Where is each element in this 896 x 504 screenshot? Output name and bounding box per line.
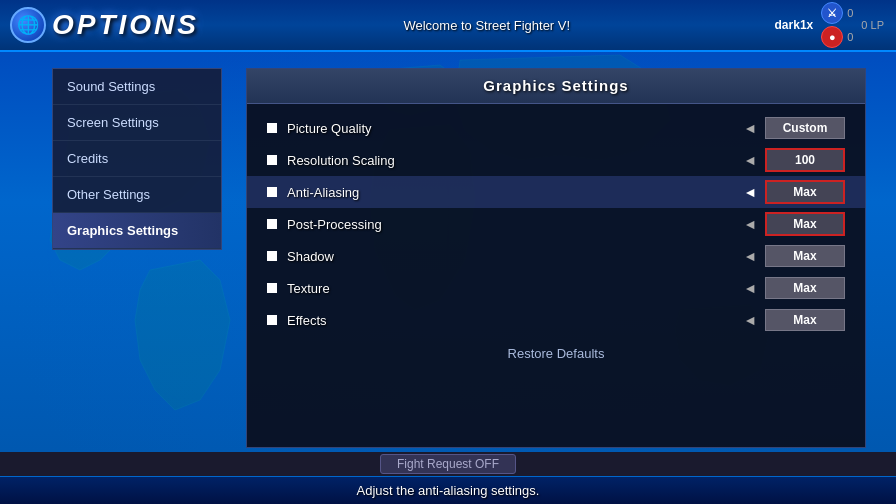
arrow-anti-aliasing: ◄ xyxy=(743,184,757,200)
bullet-picture-quality xyxy=(267,123,277,133)
value-anti-aliasing[interactable]: Max xyxy=(765,180,845,204)
bullet-shadow xyxy=(267,251,277,261)
bullet-anti-aliasing xyxy=(267,187,277,197)
main-panel: Graphics Settings Picture Quality ◄ Cust… xyxy=(246,68,866,448)
bullet-texture xyxy=(267,283,277,293)
label-post-processing: Post-Processing xyxy=(287,217,743,232)
header-bar: 🌐 OPTIONS Welcome to Street Fighter V! d… xyxy=(0,0,896,52)
value-resolution-scaling[interactable]: 100 xyxy=(765,148,845,172)
value-texture[interactable]: Max xyxy=(765,277,845,299)
sidebar: Sound Settings Screen Settings Credits O… xyxy=(52,68,222,250)
value-post-processing[interactable]: Max xyxy=(765,212,845,236)
sidebar-label-screen: Screen Settings xyxy=(67,115,159,130)
welcome-message: Welcome to Street Fighter V! xyxy=(199,18,775,33)
score-1: 0 xyxy=(847,7,853,19)
panel-header: Graphics Settings xyxy=(247,69,865,104)
restore-defaults-label: Restore Defaults xyxy=(508,346,605,361)
sidebar-label-credits: Credits xyxy=(67,151,108,166)
app-title: OPTIONS xyxy=(52,9,199,41)
username: dark1x xyxy=(775,18,814,32)
bullet-effects xyxy=(267,315,277,325)
score-group: ⚔ 0 ● 0 xyxy=(821,2,853,48)
sidebar-item-sound-settings[interactable]: Sound Settings xyxy=(53,69,221,105)
settings-row-shadow[interactable]: Shadow ◄ Max xyxy=(247,240,865,272)
fight-request-badge[interactable]: Fight Request OFF xyxy=(380,454,516,474)
arrow-resolution-scaling: ◄ xyxy=(743,152,757,168)
arrow-picture-quality: ◄ xyxy=(743,120,757,136)
status-text: Adjust the anti-aliasing settings. xyxy=(357,483,540,498)
label-texture: Texture xyxy=(287,281,743,296)
settings-table: Picture Quality ◄ Custom Resolution Scal… xyxy=(247,104,865,379)
label-effects: Effects xyxy=(287,313,743,328)
score-2: 0 xyxy=(847,31,853,43)
settings-row-effects[interactable]: Effects ◄ Max xyxy=(247,304,865,336)
value-shadow[interactable]: Max xyxy=(765,245,845,267)
globe-icon: 🌐 xyxy=(10,7,46,43)
settings-row-texture[interactable]: Texture ◄ Max xyxy=(247,272,865,304)
status-bar: Adjust the anti-aliasing settings. xyxy=(0,476,896,504)
arrow-texture: ◄ xyxy=(743,280,757,296)
score-row-2: ● 0 xyxy=(821,26,853,48)
user-info: dark1x ⚔ 0 ● 0 0 LP xyxy=(775,2,896,48)
arrow-effects: ◄ xyxy=(743,312,757,328)
settings-row-resolution-scaling[interactable]: Resolution Scaling ◄ 100 xyxy=(247,144,865,176)
settings-row-picture-quality[interactable]: Picture Quality ◄ Custom xyxy=(247,112,865,144)
settings-row-anti-aliasing[interactable]: Anti-Aliasing ◄ Max xyxy=(247,176,865,208)
sidebar-item-graphics-settings[interactable]: Graphics Settings xyxy=(53,213,221,249)
arrow-post-processing: ◄ xyxy=(743,216,757,232)
label-shadow: Shadow xyxy=(287,249,743,264)
restore-defaults-button[interactable]: Restore Defaults xyxy=(247,336,865,371)
bullet-resolution-scaling xyxy=(267,155,277,165)
sidebar-item-screen-settings[interactable]: Screen Settings xyxy=(53,105,221,141)
icon-points: ● xyxy=(821,26,843,48)
panel-title: Graphics Settings xyxy=(483,77,628,94)
arrow-shadow: ◄ xyxy=(743,248,757,264)
sidebar-item-other-settings[interactable]: Other Settings xyxy=(53,177,221,213)
label-picture-quality: Picture Quality xyxy=(287,121,743,136)
value-picture-quality[interactable]: Custom xyxy=(765,117,845,139)
score-row-1: ⚔ 0 xyxy=(821,2,853,24)
lp-group: 0 LP xyxy=(861,19,884,31)
icon-fighter: ⚔ xyxy=(821,2,843,24)
label-resolution-scaling: Resolution Scaling xyxy=(287,153,743,168)
lp-value: 0 LP xyxy=(861,19,884,31)
fight-request-bar: Fight Request OFF xyxy=(0,452,896,476)
sidebar-label-sound: Sound Settings xyxy=(67,79,155,94)
sidebar-label-other: Other Settings xyxy=(67,187,150,202)
value-effects[interactable]: Max xyxy=(765,309,845,331)
sidebar-label-graphics: Graphics Settings xyxy=(67,223,178,238)
label-anti-aliasing: Anti-Aliasing xyxy=(287,185,743,200)
logo-area: 🌐 OPTIONS xyxy=(0,7,199,43)
bullet-post-processing xyxy=(267,219,277,229)
settings-row-post-processing[interactable]: Post-Processing ◄ Max xyxy=(247,208,865,240)
sidebar-item-credits[interactable]: Credits xyxy=(53,141,221,177)
